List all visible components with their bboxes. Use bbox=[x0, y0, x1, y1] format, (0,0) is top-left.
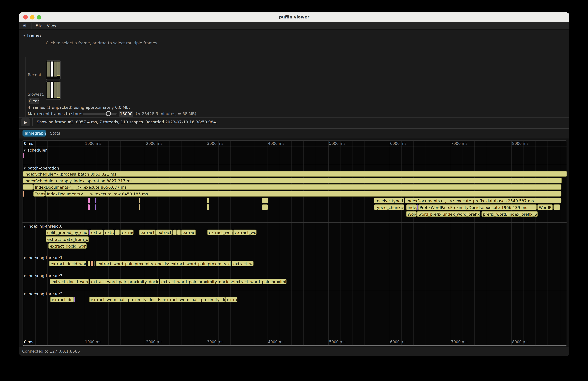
collapse-triangle-icon: ▼ bbox=[24, 275, 26, 278]
flamegraph-bar[interactable]: extract bbox=[90, 230, 103, 235]
flamegraph-bar[interactable] bbox=[115, 230, 120, 235]
flamegraph-canvas[interactable]: 0 ms0 ms1000 ms1000 ms2000 ms2000 ms3000… bbox=[22, 140, 567, 346]
flamegraph-bar[interactable] bbox=[173, 230, 177, 235]
flamegraph-bar[interactable]: extract_wo bbox=[233, 230, 257, 235]
flamegraph-bar[interactable] bbox=[23, 153, 23, 158]
collapse-triangle-icon: ▼ bbox=[24, 257, 26, 260]
flamegraph-bar[interactable] bbox=[23, 184, 33, 190]
flamegraph-bar[interactable]: extract_docid_word bbox=[48, 243, 86, 249]
flamegraph-bar[interactable]: prefix_word::index_prefix_wo bbox=[482, 211, 538, 217]
frames-section-header[interactable]: ▼Frames bbox=[23, 33, 42, 38]
flamegraph-bar[interactable]: extract_docid_word bbox=[49, 261, 86, 266]
flamegraph-bar[interactable]: extract_word_pair_proximity_docids::extr… bbox=[96, 261, 231, 266]
flamegraph-bar[interactable]: PrefixWordPairsProximityDocids::execute … bbox=[418, 204, 537, 210]
flamegraph-bar[interactable] bbox=[262, 198, 268, 203]
max-frames-value[interactable]: 18000 bbox=[119, 111, 133, 117]
flamegraph-bar[interactable] bbox=[139, 198, 140, 203]
recent-frames-thumbnail[interactable] bbox=[46, 61, 61, 80]
thread-header-indexing-thread:0[interactable]: ▼indexing-thread:0 bbox=[24, 224, 63, 229]
menu-view[interactable]: View bbox=[47, 23, 56, 28]
tab-stats[interactable]: Stats bbox=[48, 130, 63, 136]
zoom-traffic-light-icon[interactable] bbox=[37, 15, 41, 20]
flamegraph-bar[interactable] bbox=[405, 204, 405, 210]
thread-header-indexing-thread:3[interactable]: ▼indexing-thread:3 bbox=[24, 274, 63, 278]
thread-separator bbox=[22, 290, 567, 290]
flamegraph-bar[interactable]: Trans bbox=[33, 191, 45, 196]
frame-duration-bar[interactable] bbox=[54, 82, 57, 98]
flamegraph-bar[interactable] bbox=[207, 198, 209, 203]
frame-duration-bar[interactable] bbox=[51, 82, 53, 98]
flamegraph-bar[interactable]: WordPr bbox=[537, 204, 553, 210]
thread-header-scheduler[interactable]: ▼scheduler bbox=[24, 148, 47, 152]
flamegraph-bar[interactable]: IndexScheduler>::process_batch 8953.821 … bbox=[23, 171, 567, 177]
flamegraph-bar[interactable] bbox=[95, 198, 96, 203]
axis-tick-label: 8000 ms bbox=[512, 141, 528, 146]
flamegraph-bar[interactable] bbox=[88, 204, 90, 210]
flamegraph-bar[interactable]: word_prefix::index_word_prefix_ bbox=[417, 211, 481, 217]
flamegraph-bar[interactable] bbox=[91, 261, 93, 266]
flamegraph-bar[interactable]: IndexDocuments<_, _>::execute_raw 8459.1… bbox=[45, 191, 561, 196]
flamegraph-bar[interactable]: extract::data_from_ob bbox=[46, 236, 89, 242]
flamegraph-bar[interactable] bbox=[262, 204, 268, 210]
flamegraph-bar[interactable] bbox=[207, 204, 209, 210]
slowest-label: Slowest: bbox=[28, 92, 44, 97]
axis-tick-label: 4000 ms bbox=[268, 340, 284, 344]
frame-duration-bar[interactable] bbox=[54, 62, 57, 76]
flamegraph-bar[interactable]: extract_docid_word bbox=[50, 279, 89, 284]
slider-knob[interactable] bbox=[106, 111, 111, 116]
flamegraph-bar[interactable]: extrac bbox=[225, 297, 237, 302]
play-button[interactable]: ▶ bbox=[21, 118, 30, 127]
thread-header-batch-operation[interactable]: ▼batch-operation bbox=[24, 166, 59, 170]
flamegraph-bar[interactable]: extract_word_pair_proximity_docids::extr… bbox=[160, 279, 286, 284]
axis-tick-label: 5000 ms bbox=[329, 340, 345, 344]
clear-button[interactable]: Clear bbox=[28, 98, 40, 104]
flamegraph-bar[interactable] bbox=[74, 297, 75, 302]
frame-duration-bar[interactable] bbox=[47, 62, 50, 76]
frame-duration-bar[interactable] bbox=[57, 62, 60, 75]
frame-duration-bar[interactable] bbox=[57, 82, 60, 97]
flamegraph-bar[interactable]: index bbox=[406, 204, 417, 210]
tab-flamegraph[interactable]: Flamegraph bbox=[22, 130, 46, 136]
flamegraph-bar[interactable] bbox=[23, 191, 24, 196]
max-frames-slider[interactable] bbox=[83, 113, 117, 115]
flamegraph-bar[interactable] bbox=[95, 204, 96, 210]
flamegraph-bar[interactable]: Word bbox=[406, 211, 417, 217]
slowest-frames-thumbnail[interactable] bbox=[46, 81, 61, 100]
axis-tick-label: 1000 ms bbox=[85, 141, 101, 146]
flamegraph-bar[interactable]: split_grenad_by_chun bbox=[46, 230, 89, 235]
flamegraph-bar[interactable]: extract_word_pair_proximity_docids bbox=[90, 279, 159, 284]
close-traffic-light-icon[interactable] bbox=[23, 15, 28, 20]
flamegraph-bar[interactable] bbox=[177, 230, 181, 235]
divider bbox=[32, 118, 33, 127]
flamegraph-bar[interactable]: extract_ bbox=[156, 230, 172, 235]
flamegraph-bar[interactable]: IndexDocuments<_, _>::execute_prefix_dat… bbox=[405, 198, 561, 203]
flamegraph-bar[interactable]: extra bbox=[104, 230, 114, 235]
flamegraph-bar[interactable]: extract_word_pair_proximity_docids::extr… bbox=[89, 297, 225, 302]
flamegraph-bar[interactable] bbox=[88, 198, 90, 203]
flamegraph-bar[interactable] bbox=[94, 261, 94, 266]
thread-header-indexing-thread:1[interactable]: ▼indexing-thread:1 bbox=[24, 255, 63, 260]
status-bar: Connected to 127.0.0.1:8585 bbox=[19, 346, 569, 356]
flamegraph-bar[interactable]: extrac bbox=[120, 230, 133, 235]
app-window: puffin viewer ☀ File View ▼Frames Click … bbox=[19, 12, 569, 356]
flamegraph-bar[interactable]: typed_chunk::w bbox=[374, 204, 404, 210]
axis-tick-label: 6000 ms bbox=[390, 141, 406, 146]
flamegraph-bar[interactable]: IndexScheduler>::apply_index_operation 8… bbox=[23, 178, 562, 183]
flamegraph-bar[interactable]: extract_wo bbox=[232, 261, 253, 266]
flamegraph-bar[interactable]: IndexDocuments<_, _>::execute 8656.677 m… bbox=[33, 184, 561, 190]
flamegraph-bar[interactable]: receive_typed_ bbox=[374, 198, 404, 203]
flamegraph-bar[interactable]: extract bbox=[181, 230, 196, 235]
flamegraph-bar[interactable] bbox=[139, 204, 140, 210]
flamegraph-bar[interactable] bbox=[88, 261, 90, 266]
frame-duration-bar[interactable] bbox=[47, 82, 50, 98]
minimize-traffic-light-icon[interactable] bbox=[30, 15, 35, 20]
flamegraph-bar[interactable]: extract_word bbox=[208, 230, 233, 235]
flamegraph-bar[interactable] bbox=[553, 204, 560, 210]
flamegraph-bar[interactable]: extract_doc bbox=[50, 297, 74, 302]
thread-separator bbox=[22, 165, 567, 165]
theme-sun-icon[interactable]: ☀ bbox=[23, 23, 26, 28]
thread-header-indexing-thread:2[interactable]: ▼indexing-thread:2 bbox=[24, 291, 63, 296]
menu-file[interactable]: File bbox=[36, 23, 42, 28]
flamegraph-bar[interactable]: extract_ bbox=[139, 230, 156, 235]
frame-duration-bar[interactable] bbox=[51, 62, 53, 76]
